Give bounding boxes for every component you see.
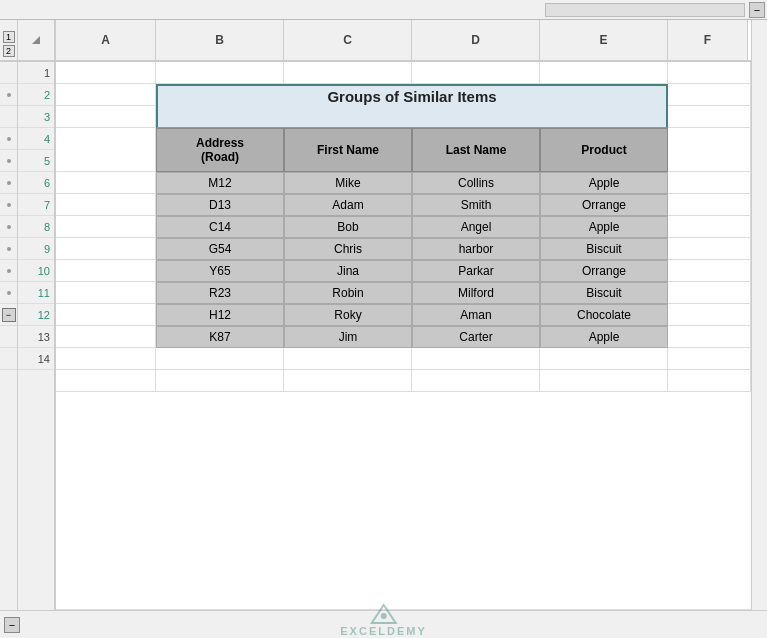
cell-addr-3: G54 (156, 238, 284, 260)
cell-prod-6: Chocolate (540, 304, 668, 326)
row-num-12: 12 (18, 304, 54, 326)
row-num-14: 14 (18, 348, 54, 370)
cell-fn-0: Mike (284, 172, 412, 194)
row-2: Groups of Similar Items (56, 84, 751, 106)
row-num-9: 9 (18, 238, 54, 260)
col-header-e: E (540, 20, 668, 60)
cell-fn-7: Jim (284, 326, 412, 348)
cell-fn-5: Robin (284, 282, 412, 304)
cell-ln-6: Aman (412, 304, 540, 326)
group-level-1[interactable]: 1 (3, 31, 15, 43)
group-level-2[interactable]: 2 (3, 45, 15, 57)
cell-fn-1: Adam (284, 194, 412, 216)
row-14 (56, 370, 751, 392)
th-firstname: First Name (284, 128, 412, 172)
row-4: Address(Road) First Name Last Name Produ… (56, 128, 751, 172)
cell-fn-2: Bob (284, 216, 412, 238)
cell-ln-5: Milford (412, 282, 540, 304)
row-13 (56, 348, 751, 370)
row-num-10: 10 (18, 260, 54, 282)
row-num-8: 8 (18, 216, 54, 238)
cell-prod-4: Orrange (540, 260, 668, 282)
cell-prod-7: Apple (540, 326, 668, 348)
group-collapse-button[interactable]: − (2, 308, 16, 322)
col-header-d: D (412, 20, 540, 60)
cell-prod-3: Biscuit (540, 238, 668, 260)
cell-ln-1: Smith (412, 194, 540, 216)
table-row: K87 Jim Carter Apple (56, 326, 751, 348)
row-3 (56, 106, 751, 128)
cell-ln-7: Carter (412, 326, 540, 348)
th-address: Address(Road) (156, 128, 284, 172)
cell-addr-5: R23 (156, 282, 284, 304)
row-num-5: 5 (18, 150, 54, 172)
cell-ln-4: Parkar (412, 260, 540, 282)
col-header-c: C (284, 20, 412, 60)
row-num-7: 7 (18, 194, 54, 216)
row-collapse-button[interactable]: − (4, 617, 20, 633)
cell-ln-0: Collins (412, 172, 540, 194)
table-row: C14 Bob Angel Apple (56, 216, 751, 238)
cell-prod-5: Biscuit (540, 282, 668, 304)
watermark: exceldemy EXCEL · DATA · BI (333, 603, 434, 638)
row-num-2: 2 (18, 84, 54, 106)
table-row: H12 Roky Aman Chocolate (56, 304, 751, 326)
table-row: D13 Adam Smith Orrange (56, 194, 751, 216)
table-row: R23 Robin Milford Biscuit (56, 282, 751, 304)
row-num-11: 11 (18, 282, 54, 304)
cell-addr-0: M12 (156, 172, 284, 194)
table-row: Y65 Jina Parkar Orrange (56, 260, 751, 282)
col-header-b: B (156, 20, 284, 60)
cell-prod-2: Apple (540, 216, 668, 238)
svg-point-1 (380, 613, 386, 619)
cell-fn-4: Jina (284, 260, 412, 282)
cell-addr-6: H12 (156, 304, 284, 326)
cell-addr-4: Y65 (156, 260, 284, 282)
th-product: Product (540, 128, 668, 172)
cell-ln-2: Angel (412, 216, 540, 238)
th-lastname: Last Name (412, 128, 540, 172)
row-num-1: 1 (18, 62, 54, 84)
cell-addr-1: D13 (156, 194, 284, 216)
cell-ln-3: harbor (412, 238, 540, 260)
row-num-6: 6 (18, 172, 54, 194)
cell-addr-7: K87 (156, 326, 284, 348)
cell-fn-6: Roky (284, 304, 412, 326)
cell-fn-3: Chris (284, 238, 412, 260)
cell-prod-1: Orrange (540, 194, 668, 216)
spreadsheet: − 1 2 (0, 0, 767, 638)
collapse-btn-top[interactable]: − (749, 2, 765, 18)
row-num-3: 3 (18, 106, 54, 128)
row-num-4: 4 (18, 128, 54, 150)
table-row: M12 Mike Collins Apple (56, 172, 751, 194)
row-1 (56, 62, 751, 84)
row-num-13: 13 (18, 326, 54, 348)
col-header-f: F (668, 20, 748, 60)
cell-prod-0: Apple (540, 172, 668, 194)
table-title: Groups of Similar Items (156, 84, 668, 106)
col-header-a: A (56, 20, 156, 60)
cell-addr-2: C14 (156, 216, 284, 238)
watermark-name: exceldemy (340, 625, 426, 637)
table-row: G54 Chris harbor Biscuit (56, 238, 751, 260)
